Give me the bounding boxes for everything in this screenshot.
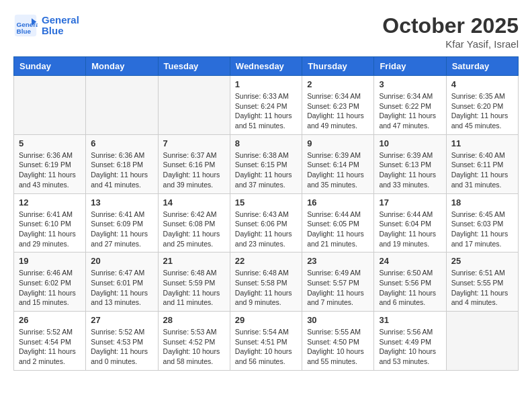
calendar-cell: 13Sunrise: 6:41 AMSunset: 6:09 PMDayligh… — [86, 193, 158, 253]
calendar-cell: 29Sunrise: 5:54 AMSunset: 4:51 PMDayligh… — [230, 312, 302, 371]
day-info: Sunrise: 6:45 AMSunset: 6:03 PMDaylight:… — [451, 210, 513, 249]
day-info: Sunrise: 5:52 AMSunset: 4:54 PMDaylight:… — [19, 327, 81, 367]
calendar-table: SundayMondayTuesdayWednesdayThursdayFrid… — [13, 56, 519, 371]
title-block: October 2025 Kfar Yasif, Israel — [382, 13, 519, 50]
day-number: 12 — [19, 197, 81, 208]
col-header-friday: Friday — [374, 57, 446, 76]
calendar-cell: 28Sunrise: 5:53 AMSunset: 4:52 PMDayligh… — [158, 312, 230, 371]
day-info: Sunrise: 6:46 AMSunset: 6:02 PMDaylight:… — [19, 268, 81, 308]
calendar-cell: 19Sunrise: 6:46 AMSunset: 6:02 PMDayligh… — [14, 253, 86, 312]
day-number: 3 — [379, 79, 441, 89]
day-number: 9 — [307, 138, 369, 148]
day-info: Sunrise: 5:52 AMSunset: 4:53 PMDaylight:… — [91, 327, 152, 367]
location-subtitle: Kfar Yasif, Israel — [382, 38, 519, 50]
day-info: Sunrise: 6:44 AMSunset: 6:04 PMDaylight:… — [379, 210, 441, 249]
calendar-cell — [14, 76, 86, 135]
day-number: 20 — [91, 256, 152, 266]
day-info: Sunrise: 5:53 AMSunset: 4:52 PMDaylight:… — [163, 327, 225, 367]
day-info: Sunrise: 5:55 AMSunset: 4:50 PMDaylight:… — [307, 327, 369, 367]
calendar-cell: 31Sunrise: 5:56 AMSunset: 4:49 PMDayligh… — [374, 312, 446, 371]
calendar-cell: 22Sunrise: 6:48 AMSunset: 5:58 PMDayligh… — [230, 253, 302, 312]
calendar-cell: 24Sunrise: 6:50 AMSunset: 5:56 PMDayligh… — [374, 253, 446, 312]
logo: General Blue GeneralBlue — [13, 13, 79, 38]
day-info: Sunrise: 6:39 AMSunset: 6:13 PMDaylight:… — [379, 150, 441, 190]
week-row-1: 1Sunrise: 6:33 AMSunset: 6:24 PMDaylight… — [14, 76, 519, 135]
day-info: Sunrise: 5:54 AMSunset: 4:51 PMDaylight:… — [235, 327, 297, 367]
day-info: Sunrise: 6:39 AMSunset: 6:14 PMDaylight:… — [307, 150, 369, 190]
day-info: Sunrise: 6:41 AMSunset: 6:10 PMDaylight:… — [19, 210, 81, 249]
calendar-cell — [158, 76, 230, 135]
page-header: General Blue GeneralBlue October 2025 Kf… — [13, 13, 519, 50]
day-number: 7 — [163, 138, 225, 148]
calendar-cell: 1Sunrise: 6:33 AMSunset: 6:24 PMDaylight… — [230, 76, 302, 135]
day-number: 22 — [235, 256, 297, 266]
day-number: 10 — [379, 138, 441, 148]
day-info: Sunrise: 6:34 AMSunset: 6:22 PMDaylight:… — [379, 91, 441, 131]
calendar-cell: 7Sunrise: 6:37 AMSunset: 6:16 PMDaylight… — [158, 134, 230, 193]
calendar-cell: 17Sunrise: 6:44 AMSunset: 6:04 PMDayligh… — [374, 193, 446, 253]
day-number: 2 — [307, 79, 369, 89]
calendar-cell: 6Sunrise: 6:36 AMSunset: 6:18 PMDaylight… — [86, 134, 158, 193]
svg-text:Blue: Blue — [17, 28, 32, 35]
calendar-cell: 14Sunrise: 6:42 AMSunset: 6:08 PMDayligh… — [158, 193, 230, 253]
day-number: 28 — [163, 315, 225, 325]
calendar-cell: 3Sunrise: 6:34 AMSunset: 6:22 PMDaylight… — [374, 76, 446, 135]
day-info: Sunrise: 6:50 AMSunset: 5:56 PMDaylight:… — [379, 268, 441, 308]
calendar-cell: 30Sunrise: 5:55 AMSunset: 4:50 PMDayligh… — [302, 312, 374, 371]
calendar-cell: 11Sunrise: 6:40 AMSunset: 6:11 PMDayligh… — [446, 134, 518, 193]
day-info: Sunrise: 6:36 AMSunset: 6:18 PMDaylight:… — [91, 150, 152, 190]
day-info: Sunrise: 6:33 AMSunset: 6:24 PMDaylight:… — [235, 91, 297, 131]
day-info: Sunrise: 6:48 AMSunset: 5:58 PMDaylight:… — [235, 268, 297, 308]
day-info: Sunrise: 5:56 AMSunset: 4:49 PMDaylight:… — [379, 327, 441, 367]
calendar-cell: 18Sunrise: 6:45 AMSunset: 6:03 PMDayligh… — [446, 193, 518, 253]
day-number: 14 — [163, 197, 225, 208]
day-info: Sunrise: 6:34 AMSunset: 6:23 PMDaylight:… — [307, 91, 369, 131]
month-title: October 2025 — [382, 13, 519, 38]
col-header-tuesday: Tuesday — [158, 57, 230, 76]
day-info: Sunrise: 6:35 AMSunset: 6:20 PMDaylight:… — [451, 91, 513, 131]
calendar-cell: 9Sunrise: 6:39 AMSunset: 6:14 PMDaylight… — [302, 134, 374, 193]
day-number: 16 — [307, 197, 369, 208]
calendar-cell: 10Sunrise: 6:39 AMSunset: 6:13 PMDayligh… — [374, 134, 446, 193]
day-number: 19 — [19, 256, 81, 266]
day-number: 25 — [451, 256, 513, 266]
week-row-2: 5Sunrise: 6:36 AMSunset: 6:19 PMDaylight… — [14, 134, 519, 193]
day-number: 17 — [379, 197, 441, 208]
logo-icon: General Blue — [13, 13, 38, 38]
day-number: 11 — [451, 138, 513, 148]
day-number: 24 — [379, 256, 441, 266]
calendar-cell: 21Sunrise: 6:48 AMSunset: 5:59 PMDayligh… — [158, 253, 230, 312]
day-number: 26 — [19, 315, 81, 325]
day-info: Sunrise: 6:49 AMSunset: 5:57 PMDaylight:… — [307, 268, 369, 308]
day-info: Sunrise: 6:48 AMSunset: 5:59 PMDaylight:… — [163, 268, 225, 308]
col-header-saturday: Saturday — [446, 57, 518, 76]
day-info: Sunrise: 6:47 AMSunset: 6:01 PMDaylight:… — [91, 268, 152, 308]
col-header-wednesday: Wednesday — [230, 57, 302, 76]
calendar-cell: 5Sunrise: 6:36 AMSunset: 6:19 PMDaylight… — [14, 134, 86, 193]
header-row: SundayMondayTuesdayWednesdayThursdayFrid… — [14, 57, 519, 76]
day-number: 5 — [19, 138, 81, 148]
day-info: Sunrise: 6:37 AMSunset: 6:16 PMDaylight:… — [163, 150, 225, 190]
day-info: Sunrise: 6:43 AMSunset: 6:06 PMDaylight:… — [235, 210, 297, 249]
calendar-cell: 2Sunrise: 6:34 AMSunset: 6:23 PMDaylight… — [302, 76, 374, 135]
calendar-cell: 27Sunrise: 5:52 AMSunset: 4:53 PMDayligh… — [86, 312, 158, 371]
day-info: Sunrise: 6:41 AMSunset: 6:09 PMDaylight:… — [91, 210, 152, 249]
calendar-cell — [446, 312, 518, 371]
calendar-cell: 20Sunrise: 6:47 AMSunset: 6:01 PMDayligh… — [86, 253, 158, 312]
week-row-5: 26Sunrise: 5:52 AMSunset: 4:54 PMDayligh… — [14, 312, 519, 371]
day-number: 29 — [235, 315, 297, 325]
day-number: 6 — [91, 138, 152, 148]
col-header-monday: Monday — [86, 57, 158, 76]
day-info: Sunrise: 6:38 AMSunset: 6:15 PMDaylight:… — [235, 150, 297, 190]
day-info: Sunrise: 6:42 AMSunset: 6:08 PMDaylight:… — [163, 210, 225, 249]
week-row-3: 12Sunrise: 6:41 AMSunset: 6:10 PMDayligh… — [14, 193, 519, 253]
calendar-cell: 23Sunrise: 6:49 AMSunset: 5:57 PMDayligh… — [302, 253, 374, 312]
calendar-cell: 15Sunrise: 6:43 AMSunset: 6:06 PMDayligh… — [230, 193, 302, 253]
col-header-sunday: Sunday — [14, 57, 86, 76]
day-number: 8 — [235, 138, 297, 148]
calendar-cell — [86, 76, 158, 135]
calendar-cell: 8Sunrise: 6:38 AMSunset: 6:15 PMDaylight… — [230, 134, 302, 193]
day-number: 13 — [91, 197, 152, 208]
day-info: Sunrise: 6:51 AMSunset: 5:55 PMDaylight:… — [451, 268, 513, 308]
logo-text: GeneralBlue — [42, 15, 79, 37]
